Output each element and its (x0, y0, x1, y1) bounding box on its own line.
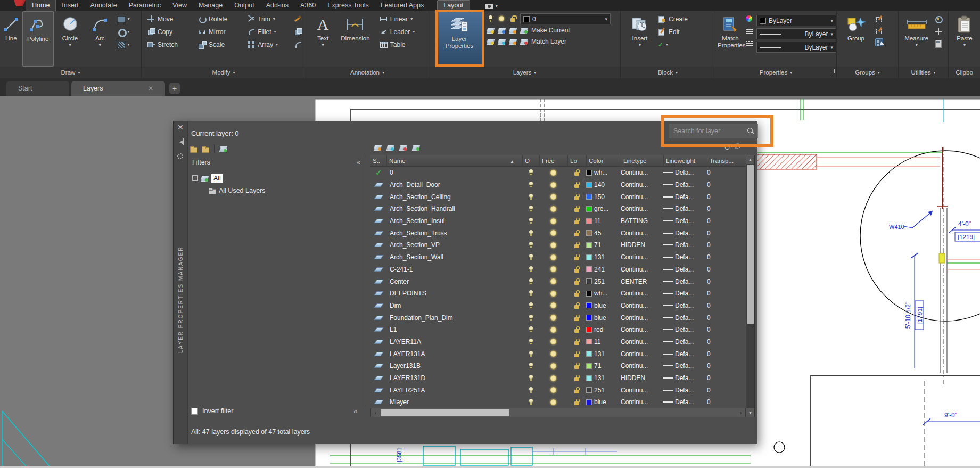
layer-linetype[interactable]: Continu... (621, 191, 648, 203)
layer-lineweight[interactable]: Defa... (675, 314, 694, 322)
layer-transparency[interactable]: 0 (707, 348, 711, 360)
ribbon-tab-featured-apps[interactable]: Featured Apps (375, 0, 430, 11)
layer-transparency[interactable]: 0 (707, 251, 711, 264)
layer-color-swatch[interactable] (586, 278, 592, 284)
layer-unlock-icon[interactable] (574, 208, 579, 212)
layer-name[interactable]: Arch_Detail_Door (390, 179, 440, 191)
leader-tool[interactable]: Leader▾ (380, 27, 429, 36)
layer-unlock-icon[interactable] (574, 293, 579, 297)
rectangle-tool[interactable]: ▾ (117, 14, 141, 23)
layer-name[interactable]: Arch_Section_Insul (390, 215, 444, 227)
layer-unlock-icon[interactable] (574, 390, 579, 393)
settings-gear-icon[interactable] (735, 143, 740, 149)
layer-linetype[interactable]: BATTING (621, 215, 648, 227)
layer-color-swatch[interactable] (586, 302, 592, 308)
stretch-tool[interactable]: Stretch (147, 40, 195, 49)
col-lineweight[interactable]: Lineweight (663, 155, 707, 167)
layer-freeze-sun-icon[interactable] (550, 182, 556, 188)
measure-button[interactable]: Measure ▾ (902, 11, 931, 67)
create-block-button[interactable]: Create (658, 14, 709, 23)
layer-unlock-icon[interactable] (574, 365, 579, 369)
new-property-filter-icon[interactable] (190, 145, 197, 153)
layer-row[interactable]: Mlayer blue Continu... Defa... 0 (370, 396, 746, 406)
layer-on-bulb-icon[interactable] (529, 242, 533, 248)
layer-combo[interactable]: 0 ▾ (520, 13, 611, 24)
layer-unlock-icon[interactable] (574, 172, 579, 176)
layer-row[interactable]: Arch_Detail_Door 140 Continu... Defa... … (370, 179, 746, 191)
layer-transparency[interactable]: 0 (707, 191, 711, 203)
layer-search-box[interactable] (669, 124, 758, 138)
new-drawing-tab-button[interactable]: + (169, 83, 180, 94)
layer-name[interactable]: Mlayer (390, 396, 409, 406)
layer-match-icon[interactable] (520, 37, 528, 45)
col-color[interactable]: Color (586, 155, 621, 167)
layer-row[interactable]: Arch_Section_Ceiling 150 Continu... Defa… (370, 191, 746, 203)
ribbon-tab-insert[interactable]: Insert (56, 0, 84, 11)
layer-freeze-sun-icon[interactable] (550, 278, 556, 284)
layer-on-bulb-icon[interactable] (529, 290, 533, 297)
layer-unlock-icon[interactable] (574, 401, 579, 405)
layer-off-icon[interactable] (487, 15, 495, 23)
col-name[interactable]: Name (386, 155, 522, 167)
color-picker[interactable] (745, 14, 754, 23)
text-tool[interactable]: A Text ▾ (311, 11, 334, 67)
layer-on-bulb-icon[interactable] (529, 169, 533, 176)
layer-unlock-icon[interactable] (574, 329, 579, 333)
layer-linetype[interactable]: Continu... (621, 384, 648, 396)
layer-transparency[interactable]: 0 (707, 384, 711, 396)
layer-linetype[interactable]: Continu... (621, 227, 648, 239)
layer-on-bulb-icon[interactable] (529, 339, 533, 345)
insert-block-button[interactable]: Insert ▾ (626, 11, 654, 67)
col-status[interactable]: S.. (370, 155, 386, 167)
make-current-button[interactable]: Make Current (531, 27, 570, 34)
scroll-down-icon[interactable]: ▼ (746, 408, 754, 417)
layer-name[interactable]: L1 (390, 324, 397, 336)
trim-tool[interactable]: Trim▾ (247, 14, 291, 23)
layer-row[interactable]: Layer131B 71 Continu... Defa... 0 (370, 360, 746, 372)
layer-linetype[interactable]: Continu... (621, 324, 648, 336)
collapse-filters-icon[interactable]: « (357, 158, 360, 166)
layer-name[interactable]: LAYER251A (390, 384, 425, 396)
layer-on-bulb-icon[interactable] (529, 302, 533, 309)
layer-freeze-sun-icon[interactable] (550, 266, 556, 272)
layer-transparency[interactable]: 0 (707, 396, 711, 406)
layer-name[interactable]: Arch_Section_Truss (390, 227, 447, 239)
layer-lock-icon[interactable] (509, 15, 517, 23)
match-layer-button[interactable]: Match Layer (531, 38, 566, 45)
layer-linetype[interactable]: Continu... (621, 167, 648, 179)
properties-dialog-launcher[interactable] (830, 69, 835, 73)
layer-row[interactable]: LAYER131D 131 HIDDEN Defa... 0 (370, 372, 746, 384)
layer-linetype[interactable]: Continu... (621, 203, 648, 215)
panel-label-properties[interactable]: Properties▾ (715, 67, 836, 78)
layer-freeze-sun-icon[interactable] (550, 291, 556, 297)
search-icon[interactable] (747, 127, 754, 135)
layer-on-tool-icon[interactable] (520, 26, 528, 34)
layer-unlock-icon[interactable] (574, 354, 579, 357)
refresh-icon[interactable]: ↻ (724, 143, 730, 152)
layer-color-swatch[interactable] (586, 387, 592, 393)
close-icon[interactable]: ✕ (177, 124, 184, 131)
object-color-dropdown[interactable]: ByLayer ▾ (756, 15, 836, 26)
layer-name[interactable]: Arch_Section_Handrail (390, 203, 455, 215)
layer-lineweight[interactable]: Defa... (675, 387, 694, 394)
layer-lineweight[interactable]: Defa... (675, 217, 694, 225)
arc-tool[interactable]: Arc ▾ (86, 11, 113, 67)
search-input[interactable] (672, 127, 747, 135)
layer-on-bulb-icon[interactable] (529, 230, 533, 236)
col-linetype[interactable]: Linetype (621, 155, 663, 167)
layer-linetype[interactable]: Continu... (621, 396, 648, 406)
layer-linetype[interactable]: HIDDEN (621, 372, 645, 384)
layer-lineweight[interactable]: Defa... (675, 350, 694, 358)
ellipse-tool[interactable]: ▾ (117, 27, 141, 36)
layer-lineweight[interactable]: Defa... (675, 229, 694, 237)
layer-name[interactable]: LAYER11A (390, 336, 421, 348)
filter-item-all-used-layers[interactable]: All Used Layers (208, 184, 364, 196)
layer-lineweight[interactable]: Defa... (675, 205, 694, 212)
layer-color-swatch[interactable] (586, 206, 592, 212)
layer-on-bulb-icon[interactable] (529, 278, 533, 285)
layer-freeze-sun-icon[interactable] (550, 206, 556, 212)
layer-on-bulb-icon[interactable] (529, 399, 533, 405)
layer-row[interactable]: LAYER11A 11 Continu... Defa... 0 (370, 336, 746, 348)
group-edit-button[interactable] (875, 26, 894, 35)
col-lock[interactable]: Lo (567, 155, 586, 167)
